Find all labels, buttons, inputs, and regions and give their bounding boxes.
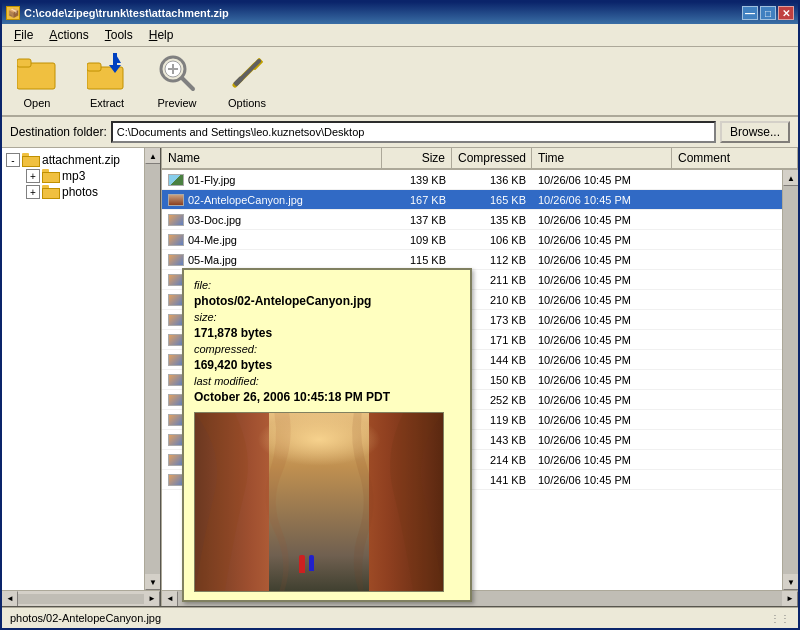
close-button[interactable]: ✕: [778, 6, 794, 20]
tree-item-mp3[interactable]: + mp3: [2, 168, 144, 184]
tree-hscrollbar: ◄ ►: [2, 590, 160, 606]
col-header-compressed[interactable]: Compressed: [452, 148, 532, 168]
tooltip-modified-value: October 26, 2006 10:45:18 PM PDT: [194, 390, 390, 404]
svg-line-9: [182, 78, 193, 89]
toolbar: Open Extract: [2, 47, 798, 117]
tooltip-compressed-value-row: 169,420 bytes: [194, 358, 460, 372]
cell-compressed: 106 KB: [452, 234, 532, 246]
maximize-button[interactable]: □: [760, 6, 776, 20]
file-thumbnail: [168, 174, 184, 186]
tree-item-root[interactable]: - attachment.zip: [2, 152, 144, 168]
tree-panel: ▲ ▼ - attachment.zip +: [2, 148, 162, 606]
cell-time: 10/26/06 10:45 PM: [532, 434, 672, 446]
file-scroll-track[interactable]: [783, 186, 798, 574]
menu-actions[interactable]: Actions: [41, 26, 96, 44]
tree-label-photos: photos: [62, 185, 98, 199]
file-name: 02-AntelopeCanyon.jpg: [188, 194, 303, 206]
tree-hscroll-right[interactable]: ►: [144, 591, 160, 607]
tooltip-compressed-value: 169,420 bytes: [194, 358, 272, 372]
tooltip-compressed-label: compressed:: [194, 343, 257, 355]
cell-size: 109 KB: [382, 234, 452, 246]
tooltip-modified-value-row: October 26, 2006 10:45:18 PM PDT: [194, 390, 460, 404]
col-header-size[interactable]: Size: [382, 148, 452, 168]
canyon-image: [195, 413, 443, 591]
column-headers: Name Size Compressed Time Comment: [162, 148, 798, 170]
cell-time: 10/26/06 10:45 PM: [532, 294, 672, 306]
cell-name: 03-Doc.jpg: [162, 214, 382, 226]
col-header-name[interactable]: Name: [162, 148, 382, 168]
options-button[interactable]: Options: [220, 51, 274, 111]
destination-input[interactable]: [111, 121, 716, 143]
cell-time: 10/26/06 10:45 PM: [532, 254, 672, 266]
menu-file[interactable]: File: [6, 26, 41, 44]
menu-help-label: Help: [149, 28, 174, 42]
svg-rect-1: [17, 59, 31, 67]
cell-size: 115 KB: [382, 254, 452, 266]
tree-expander-photos[interactable]: +: [26, 185, 40, 199]
file-row[interactable]: 04-Me.jpg 109 KB 106 KB 10/26/06 10:45 P…: [162, 230, 798, 250]
cell-time: 10/26/06 10:45 PM: [532, 274, 672, 286]
col-header-time[interactable]: Time: [532, 148, 672, 168]
minimize-button[interactable]: —: [742, 6, 758, 20]
status-text: photos/02-AntelopeCanyon.jpg: [10, 612, 161, 624]
file-name: 04-Me.jpg: [188, 234, 237, 246]
file-row[interactable]: 03-Doc.jpg 137 KB 135 KB 10/26/06 10:45 …: [162, 210, 798, 230]
browse-button[interactable]: Browse...: [720, 121, 790, 143]
tooltip-file-value: photos/02-AntelopeCanyon.jpg: [194, 294, 371, 308]
menu-tools[interactable]: Tools: [97, 26, 141, 44]
extract-label: Extract: [90, 97, 124, 109]
file-row[interactable]: 02-AntelopeCanyon.jpg 167 KB 165 KB 10/2…: [162, 190, 798, 210]
cell-time: 10/26/06 10:45 PM: [532, 194, 672, 206]
tree-scroll-up[interactable]: ▲: [145, 148, 161, 164]
figure-2: [309, 555, 314, 571]
file-thumbnail: [168, 254, 184, 266]
file-row[interactable]: 01-Fly.jpg 139 KB 136 KB 10/26/06 10:45 …: [162, 170, 798, 190]
file-scroll-down[interactable]: ▼: [783, 574, 798, 590]
file-row[interactable]: 05-Ma.jpg 115 KB 112 KB 10/26/06 10:45 P…: [162, 250, 798, 270]
tooltip-modified-row: last modified:: [194, 374, 460, 388]
cell-time: 10/26/06 10:45 PM: [532, 414, 672, 426]
tooltip-size-label: size:: [194, 311, 217, 323]
tooltip-compressed-row: compressed:: [194, 342, 460, 356]
file-thumbnail: [168, 194, 184, 206]
menu-help[interactable]: Help: [141, 26, 182, 44]
cell-time: 10/26/06 10:45 PM: [532, 354, 672, 366]
open-button[interactable]: Open: [10, 51, 64, 111]
file-hscroll-right[interactable]: ►: [782, 591, 798, 607]
tooltip-size-row: size:: [194, 310, 460, 324]
canyon-figures: [299, 555, 314, 573]
tree-folder-root: [22, 153, 40, 167]
preview-label: Preview: [157, 97, 196, 109]
svg-rect-3: [87, 63, 101, 71]
tree-hscroll-track[interactable]: [18, 594, 144, 604]
cell-time: 10/26/06 10:45 PM: [532, 454, 672, 466]
open-label: Open: [24, 97, 51, 109]
extract-button[interactable]: Extract: [80, 51, 134, 111]
cell-size: 167 KB: [382, 194, 452, 206]
file-vscrollbar[interactable]: ▲ ▼: [782, 170, 798, 590]
title-bar: 📦 C:\code\zipeg\trunk\test\attachment.zi…: [2, 2, 798, 24]
cell-time: 10/26/06 10:45 PM: [532, 314, 672, 326]
preview-button[interactable]: Preview: [150, 51, 204, 111]
open-icon: [17, 53, 57, 93]
tree-scroll-track[interactable]: [145, 164, 160, 574]
cell-time: 10/26/06 10:45 PM: [532, 394, 672, 406]
title-bar-left: 📦 C:\code\zipeg\trunk\test\attachment.zi…: [6, 6, 229, 20]
col-header-comment[interactable]: Comment: [672, 148, 798, 168]
tree-vscrollbar[interactable]: ▲ ▼: [144, 148, 160, 590]
file-hscroll-left[interactable]: ◄: [162, 591, 178, 607]
tree-item-photos[interactable]: + photos: [2, 184, 144, 200]
tree-hscroll-left[interactable]: ◄: [2, 591, 18, 607]
cell-name: 04-Me.jpg: [162, 234, 382, 246]
file-name: 01-Fly.jpg: [188, 174, 235, 186]
status-bar: photos/02-AntelopeCanyon.jpg ⋮⋮: [2, 606, 798, 628]
file-scroll-up[interactable]: ▲: [783, 170, 798, 186]
destination-bar: Destination folder: Browse...: [2, 117, 798, 148]
cell-compressed: 136 KB: [452, 174, 532, 186]
options-label: Options: [228, 97, 266, 109]
tree-folder-photos: [42, 185, 60, 199]
tree-expander-root[interactable]: -: [6, 153, 20, 167]
extract-icon: [87, 53, 127, 93]
tree-scroll-down[interactable]: ▼: [145, 574, 161, 590]
tree-expander-mp3[interactable]: +: [26, 169, 40, 183]
